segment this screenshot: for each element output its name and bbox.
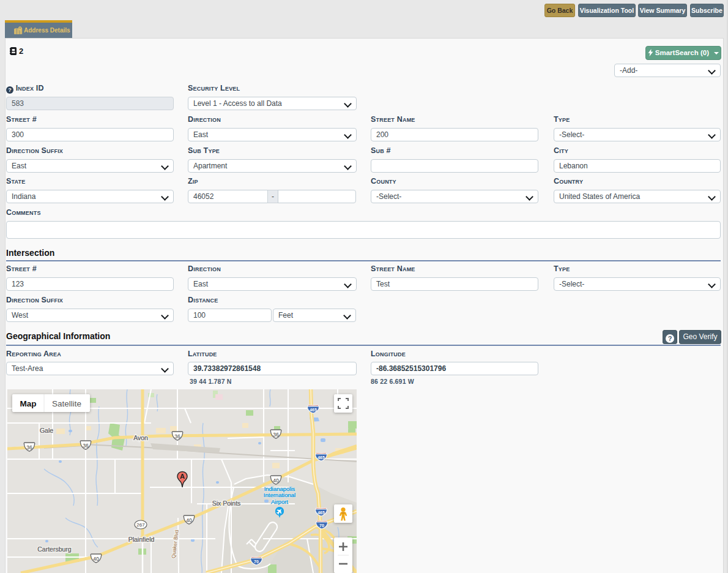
- svg-text:36: 36: [83, 443, 89, 449]
- svg-text:Gale: Gale: [40, 427, 53, 434]
- svg-text:International: International: [264, 492, 295, 498]
- svg-text:Six Points: Six Points: [212, 500, 241, 507]
- svg-text:36: 36: [26, 444, 32, 451]
- svg-text:36: 36: [174, 433, 180, 440]
- svg-text:Avon: Avon: [133, 434, 148, 441]
- svg-text:465: 465: [318, 455, 325, 460]
- svg-text:70: 70: [254, 560, 259, 564]
- svg-text:40: 40: [273, 478, 279, 484]
- svg-text:70: 70: [319, 523, 324, 528]
- svg-text:36: 36: [273, 432, 279, 438]
- svg-text:Airport: Airport: [271, 498, 288, 505]
- svg-text:Satellite: Satellite: [52, 399, 81, 408]
- svg-text:40: 40: [186, 517, 192, 523]
- svg-text:A: A: [180, 473, 185, 480]
- svg-text:Plainfield: Plainfield: [128, 536, 155, 543]
- svg-text:Indianapolis: Indianapolis: [264, 485, 295, 492]
- svg-text:465: 465: [310, 408, 317, 412]
- svg-text:267: 267: [136, 522, 145, 528]
- svg-text:40: 40: [93, 556, 99, 562]
- svg-text:465: 465: [318, 511, 325, 515]
- svg-text:Map: Map: [20, 399, 37, 408]
- svg-text:Cartersburg: Cartersburg: [37, 545, 72, 553]
